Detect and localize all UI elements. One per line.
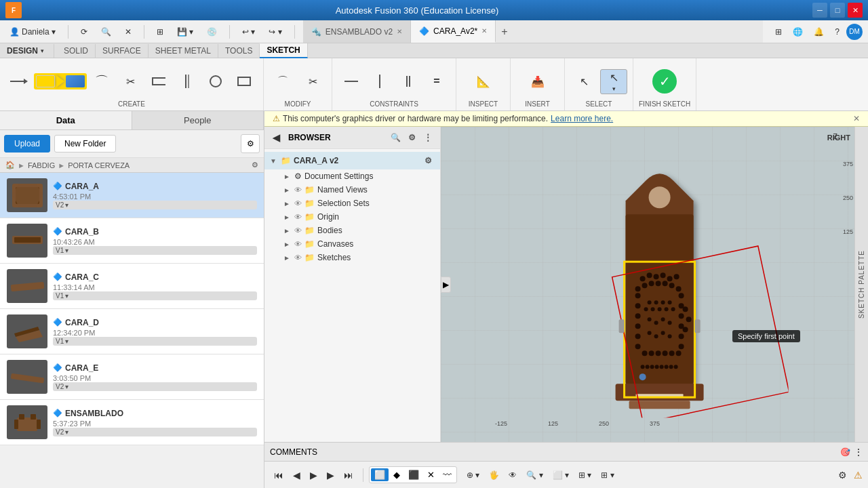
eye-icon-canvases[interactable]: 👁 [294,240,302,248]
browser-item-doc-settings[interactable]: ► ⚙ Document Settings [264,169,440,183]
tab-close-cara[interactable]: ✕ [481,27,487,35]
disk-button[interactable]: 💿 [203,25,221,39]
porta-cerveza-link[interactable]: PORTA CERVEZA [68,161,130,169]
browser-more-button[interactable]: ⋮ [421,131,435,144]
eye-icon-selection-sets[interactable]: 👁 [294,199,302,207]
browser-settings-button[interactable]: ⚙ [405,131,418,144]
display-button[interactable]: ⊞ ▾ [597,468,618,482]
tab-data[interactable]: Data [0,111,132,129]
collapse-arrow[interactable]: ◀ [270,129,283,146]
constraint-equal-button[interactable]: = [423,74,450,89]
maximize-button[interactable]: □ [830,3,845,18]
tree-collapse-root[interactable]: ▼ [270,157,278,165]
constraint-parallel-button[interactable] [395,75,422,88]
tab-solid[interactable]: SOLID [57,44,96,58]
close-panel-button[interactable]: ✕ [121,25,136,39]
eye-icon-origin[interactable]: 👁 [294,213,302,221]
new-folder-button[interactable]: New Folder [54,135,116,152]
file-item-cara-b[interactable]: 🔷 CARA_B 10:43:26 AM V1 ▾ [0,218,264,264]
select-button[interactable]: ↖ [570,74,597,89]
tab-surface[interactable]: SURFACE [96,44,149,58]
undo-button[interactable]: ↩ ▾ [238,25,259,39]
browser-root-item[interactable]: ▼ 📁 CARA_A v2 ⚙ [264,152,440,169]
eye-icon-bodies[interactable]: 👁 [294,226,302,235]
learn-more-link[interactable]: Learn more here. [551,114,613,123]
home-icon[interactable]: 🏠 [5,161,15,169]
close-button[interactable]: ✕ [848,3,863,18]
warning-close-button[interactable]: ✕ [853,114,860,123]
online-button[interactable]: 🌐 [789,24,807,40]
line-tool-button[interactable] [5,77,33,85]
user-menu[interactable]: 👤 Daniela ▾ [5,25,60,39]
constraint-button[interactable] [145,76,172,87]
browser-item-sketches[interactable]: ► 👁 📁 Sketches [264,251,440,264]
user-avatar[interactable]: DM [846,24,863,40]
tab-cara-av2[interactable]: 🔷 CARA_Av2* ✕ [411,20,496,43]
rect-button[interactable] [231,75,258,87]
browser-item-named-views[interactable]: ► 👁 📁 Named Views [264,183,440,197]
grid-button[interactable]: ⊞ ▾ [574,468,595,482]
offset-button[interactable] [174,73,201,89]
zoom-button[interactable]: 🔍 ▾ [522,468,547,482]
tab-ensamblado[interactable]: 🔩 ENSAMBLADO v2 ✕ [303,20,411,43]
search-button[interactable]: 🔍 [97,25,115,39]
prev-frame-button[interactable]: ◀ [289,468,304,483]
root-settings-icon[interactable]: ⚙ [421,154,435,167]
file-item-cara-a[interactable]: 🔷 CARA_A 4:53:01 PM V2 ▾ [0,173,264,218]
panel-settings-button[interactable]: ⚙ [241,134,260,153]
settings-button[interactable]: ⚙ [834,468,851,483]
browser-item-canvases[interactable]: ► 👁 📁 Canvases [264,237,440,251]
tab-close-ensamblado[interactable]: ✕ [397,28,402,35]
play-button[interactable]: ▶ [306,468,321,483]
arc-button[interactable]: ⌒ [88,73,115,89]
modify-trim-button[interactable]: ✂ [299,74,326,89]
tab-tools[interactable]: TOOLS [218,44,260,58]
select-dropdown-button[interactable]: ↖ ▾ [600,69,627,94]
scissors-button[interactable]: ✂ [117,74,144,89]
viewport[interactable]: Specify first point RIGHT Z 375 250 125 … [441,127,868,442]
pan-button[interactable]: 🖐 [485,468,503,482]
constraint-horiz-button[interactable] [338,79,365,83]
next-frame-button[interactable]: ▶ [323,468,338,483]
design-dropdown[interactable]: DESIGN ▾ [0,43,51,58]
upload-button[interactable]: Upload [4,135,50,152]
browser-item-selection-sets[interactable]: ► 👁 📁 Selection Sets [264,197,440,210]
comments-target-icon[interactable]: 🎯 [840,447,850,457]
help-button[interactable]: ? [831,24,844,40]
rect-select-tool[interactable]: ⬜ [371,468,389,481]
file-item-cara-d[interactable]: 🔷 CARA_D 12:34:20 PM V1 ▾ [0,309,264,354]
look-at-button[interactable]: 👁 [505,468,521,482]
cross-select-tool[interactable]: ✕ [424,468,438,481]
tab-sketch[interactable]: SKETCH [260,43,307,58]
circle-button[interactable] [202,74,229,89]
orbit-button[interactable]: ⊕ ▾ [462,468,484,482]
apps-button[interactable]: ⊞ [153,25,167,39]
browser-collapse-arrow[interactable]: ▶ [441,277,451,293]
fit-point-spline-button[interactable] [34,73,87,89]
finish-sketch-button[interactable]: ✓ [647,68,682,95]
minimize-button[interactable]: ─ [812,3,827,18]
window-select-tool[interactable]: ⬛ [405,468,422,481]
save-button[interactable]: 💾 ▾ [173,25,197,39]
breadcrumb-settings-icon[interactable]: ⚙ [252,161,258,169]
tab-add-button[interactable]: + [496,20,513,43]
file-item-ensamblado[interactable]: 🔷 ENSAMBLADO 5:37:23 PM V2 ▾ [0,400,264,445]
file-item-cara-c[interactable]: 🔷 CARA_C 11:33:14 AM V1 ▾ [0,264,264,309]
file-item-cara-e[interactable]: 🔷 CARA_E 3:03:50 PM V2 ▾ [0,354,264,400]
extensions-button[interactable]: ⊞ [771,24,786,40]
point-select-tool[interactable]: ◆ [390,468,403,481]
eye-icon-sketches[interactable]: 👁 [294,253,302,262]
ribbon-group-finish-sketch[interactable]: ✓ FINISH SKETCH [633,58,696,110]
lasso-select-tool[interactable]: 〰 [439,468,455,481]
constraint-vert-button[interactable] [366,73,393,89]
refresh-button[interactable]: ⟳ [77,25,92,39]
insert-button[interactable]: 📥 [524,74,551,89]
browser-search-button[interactable]: 🔍 [389,131,402,144]
skip-back-button[interactable]: ⏮ [270,468,288,483]
modify-fillet-button[interactable]: ⌒ [269,73,296,90]
tab-sheet-metal[interactable]: SHEET METAL [149,44,218,58]
comments-more-icon[interactable]: ⋮ [854,447,863,457]
tab-people[interactable]: People [132,111,264,129]
browser-item-origin[interactable]: ► 👁 📁 Origin [264,210,440,224]
browser-item-bodies[interactable]: ► 👁 📁 Bodies [264,224,440,237]
